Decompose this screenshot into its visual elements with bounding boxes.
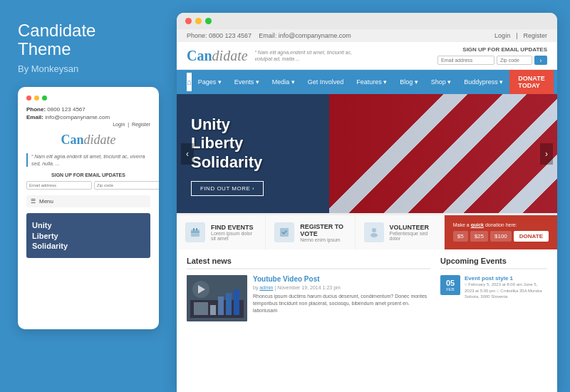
signup-label: SIGN UP FOR EMAIL UPDATES [462, 46, 547, 53]
header-email-submit[interactable]: › [534, 56, 547, 65]
hero-flag-bg [329, 94, 557, 213]
news-excerpt: Rhoncus ipsum ductims harum ducius deser… [253, 293, 430, 314]
donation-25-button[interactable]: $25 [470, 231, 488, 242]
home-icon: ⌂ [187, 78, 192, 86]
header-email-form: › [437, 56, 547, 65]
news-thumbnail [187, 275, 247, 321]
minimize-dot [34, 96, 39, 100]
site-topbar: Phone: 0800 123 4567 Email: info@company… [177, 29, 557, 42]
volunteer-text: VOLUNTEER Pellentesque sed dolor [390, 224, 435, 241]
header-email-input[interactable] [437, 56, 494, 65]
find-events-icon [185, 222, 205, 242]
event-details: Event post style 1 ○ February 5, 2023 at… [465, 275, 547, 299]
donation-5-button[interactable]: $5 [453, 231, 468, 242]
nav-blog[interactable]: Blog ▾ [393, 73, 425, 91]
bottom-content: Latest news [177, 249, 557, 392]
event-title: Event post style 1 [465, 275, 547, 282]
donation-label: Make a quick donation here: [453, 222, 549, 227]
desktop-titlebar [177, 13, 557, 29]
phone-signup-label: SIGN UP FOR EMAIL UPDATES [26, 172, 150, 177]
maximize-icon [205, 18, 212, 24]
nav-events[interactable]: Events ▾ [228, 73, 266, 91]
nav-get-involved[interactable]: Get Involved [301, 73, 351, 91]
svg-rect-0 [191, 229, 200, 237]
nav-home-button[interactable]: ⌂ [187, 73, 192, 91]
site-header: Candidate “ Nam elit agna.enderit sit am… [177, 42, 557, 70]
maximize-dot [42, 96, 47, 100]
news-author-link[interactable]: admin [259, 285, 273, 290]
close-dot [26, 96, 31, 100]
menu-label: Menu [39, 198, 53, 205]
phone-hero-mini: UnityLibertySolidarity [26, 213, 150, 258]
hero-prev-arrow[interactable]: ‹ [181, 143, 194, 165]
phone-hero-text: UnityLibertySolidarity [32, 220, 145, 251]
svg-point-5 [372, 228, 376, 232]
event-day: 05 [446, 279, 455, 287]
news-meta: by admin | November 19, 2014 1:23 pm [253, 285, 430, 290]
phone-logo: Candidate [26, 133, 150, 148]
nav-pages[interactable]: Pages ▾ [192, 73, 228, 91]
header-tagline: “ Nam elit agna.enderit sit amet, tinciu… [255, 49, 369, 62]
donation-100-button[interactable]: $100 [490, 231, 512, 242]
topbar-separator: | [516, 32, 517, 39]
nav-buddypress[interactable]: Buddypress ▾ [457, 73, 509, 91]
svg-rect-13 [234, 289, 239, 315]
feature-strip: FIND EVENTS Lorem ipsum dolor sit amet R… [177, 213, 557, 249]
desktop-mockup: Phone: 0800 123 4567 Email: info@company… [177, 13, 557, 392]
events-section-title: Upcoming Events [440, 257, 547, 269]
feature-find-events: FIND EVENTS Lorem ipsum dolor sit amet [177, 215, 266, 249]
topbar-login-link[interactable]: Login [494, 32, 510, 39]
hero-title: UnityLibertySolidarity [191, 115, 264, 172]
header-zip-input[interactable] [497, 56, 532, 65]
nav-donate-button[interactable]: DONATE TODAY [509, 70, 553, 94]
phone-menu-bar[interactable]: ☰ Menu [26, 195, 150, 207]
find-events-text: FIND EVENTS Lorem ipsum dolor sit amet [211, 224, 256, 241]
svg-rect-12 [226, 293, 232, 315]
nav-media[interactable]: Media ▾ [266, 73, 301, 91]
register-vote-text: REGISTER TO VOTE Nemo enim ipsum [300, 223, 346, 242]
event-month: FEB [446, 287, 455, 292]
svg-point-6 [370, 233, 378, 237]
author-text: By Monkeysan [18, 63, 159, 74]
nav-features[interactable]: Features ▾ [350, 73, 393, 91]
hero-next-arrow[interactable]: › [540, 143, 553, 165]
title-text: Candidate [18, 21, 159, 40]
topbar-register-link[interactable]: Register [523, 32, 547, 39]
window-controls [26, 96, 150, 100]
feature-volunteer: VOLUNTEER Pellentesque sed dolor [356, 215, 445, 249]
topbar-links: Login | Register [494, 32, 547, 39]
phone-register-link[interactable]: Register [132, 122, 150, 127]
phone-email-input[interactable] [26, 181, 92, 190]
event-detail: ○ February 5, 2023 at 8:00 am June 5, 20… [465, 282, 547, 299]
news-content: Youtube Video Post by admin | November 1… [253, 275, 430, 321]
svg-rect-10 [210, 305, 216, 315]
phone-login-links: Login | Register [26, 122, 150, 127]
hero-content: UnityLibertySolidarity FIND OUT MORE › [191, 115, 264, 196]
donation-amounts: $5 $25 $100 DONATE [453, 231, 549, 242]
phone-zip-input[interactable] [94, 181, 159, 190]
svg-rect-9 [194, 302, 208, 315]
brand-title: Candidate Theme By Monkeysan [18, 21, 159, 87]
close-icon [185, 18, 192, 24]
news-thumb-inner [187, 275, 247, 321]
donation-donate-button[interactable]: DONATE [514, 231, 549, 242]
register-vote-icon [274, 222, 294, 242]
phone-contact-row: Phone: 0800 123 4567 [26, 106, 150, 113]
theme-name: Candidate Theme [18, 21, 159, 59]
feature-register-to-vote: REGISTER TO VOTE Nemo enim ipsum [266, 215, 355, 249]
news-title: Youtube Video Post [253, 275, 430, 283]
site-hero: ‹ UnityLibertySolidarity FIND OUT MORE ›… [177, 94, 557, 213]
svg-rect-2 [196, 228, 197, 231]
phone-login-link[interactable]: Login [113, 122, 125, 127]
svg-rect-11 [218, 296, 224, 315]
nav-shop[interactable]: Shop ▾ [425, 73, 458, 91]
phone-email-row: Email: info@companyname.com [26, 114, 150, 120]
volunteer-icon [364, 222, 384, 242]
phone-email-form: › [26, 181, 150, 190]
site-nav: ⌂ Pages ▾ Events ▾ Media ▾ Get Involved … [177, 70, 557, 94]
event-item: 05 FEB Event post style 1 ○ February 5, … [440, 275, 547, 299]
topbar-phone: Phone: 0800 123 4567 Email: info@company… [187, 32, 351, 39]
hero-cta-button[interactable]: FIND OUT MORE › [191, 181, 264, 196]
event-date-box: 05 FEB [440, 275, 460, 295]
latest-news-title: Latest news [187, 257, 430, 269]
